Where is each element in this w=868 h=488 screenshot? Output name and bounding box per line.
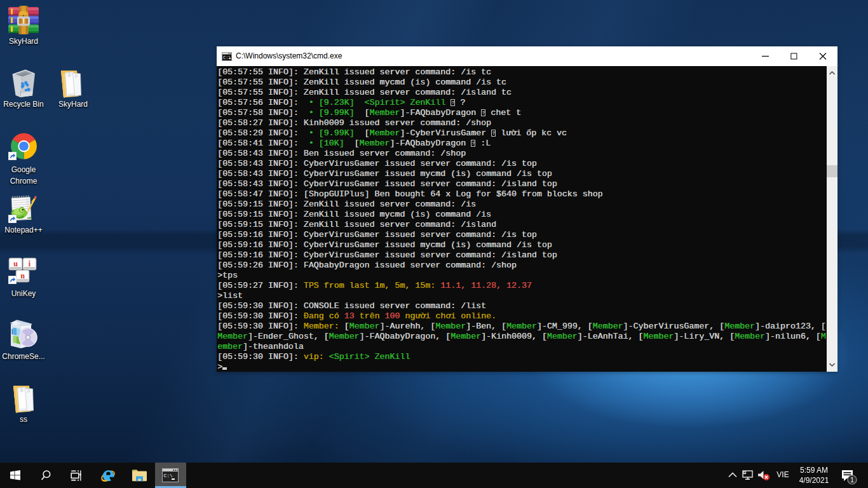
svg-text:u: u (13, 259, 18, 268)
svg-text:n: n (20, 271, 25, 280)
svg-text:C:\: C:\ (164, 473, 173, 478)
svg-text:C:\: C:\ (223, 55, 231, 60)
svg-text:1: 1 (850, 476, 854, 484)
